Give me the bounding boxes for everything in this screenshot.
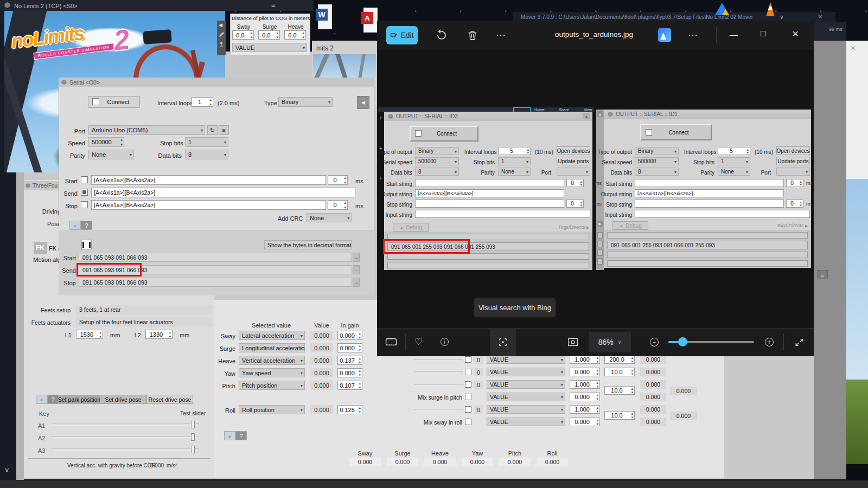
scroll-down-icon[interactable]: ∨ (4, 466, 10, 474)
id1-input-string-input[interactable] (635, 210, 810, 218)
rig-help-button[interactable]: ? (47, 395, 59, 404)
mix-checkbox[interactable] (465, 419, 471, 425)
pose-help-button[interactable]: ? (235, 431, 247, 440)
mix-extra-spinner[interactable]: 200.0 (604, 355, 635, 364)
heave-gain-spinner[interactable]: 0.137 (337, 356, 362, 365)
mix-extra-spinner[interactable]: 10.0 (604, 368, 635, 376)
serial-help-button[interactable]: ? (81, 221, 92, 230)
rotate-icon[interactable] (435, 29, 448, 42)
sway-source-dropdown[interactable]: Lateral acceleration (239, 331, 305, 340)
mix-checkbox[interactable] (465, 356, 471, 363)
mix-gain-spinner[interactable]: 0.000 (570, 368, 600, 376)
id1-strip-collapse[interactable]: ▲ (596, 111, 604, 117)
parity-dropdown[interactable]: None (88, 150, 134, 159)
start-row-checkbox[interactable] (81, 176, 88, 183)
id1-open-devices-button[interactable]: Open devices (776, 146, 810, 155)
set-park-position-button[interactable]: Set park position (59, 395, 100, 404)
mix-shared-spinner[interactable]: 10.0 (604, 386, 635, 395)
id3-open-devices-button[interactable]: Open devices (557, 146, 590, 155)
roll-source-dropdown[interactable]: Roll position (239, 405, 305, 414)
id3-start-string-input[interactable] (415, 179, 564, 187)
yaw-source-dropdown[interactable]: Yaw speed (239, 368, 305, 377)
axis-a1-slider[interactable] (52, 423, 199, 426)
visual-search-button[interactable] (490, 328, 516, 356)
mix-source-dropdown[interactable]: VALUE (487, 380, 565, 389)
serial-collapse-button[interactable]: ◀ (357, 96, 369, 109)
id3-collapse-button[interactable]: ▲ (583, 113, 590, 119)
id1-speed-dropdown[interactable]: 500000 (635, 157, 679, 165)
zoom-in-icon[interactable]: + (765, 338, 774, 346)
zoom-slider-handle[interactable] (678, 337, 687, 346)
axis-a3-slider-handle[interactable] (191, 446, 195, 453)
mix-checkbox[interactable] (465, 369, 471, 375)
mix-slider[interactable] (414, 371, 463, 374)
mix-source-dropdown[interactable]: VALUE (487, 418, 565, 426)
id3-stopbits-dropdown[interactable]: 1 (498, 157, 531, 165)
id3-databits-dropdown[interactable]: 8 (415, 168, 459, 176)
serial-titlebar[interactable]: Serial <O0> (59, 78, 374, 87)
id3-output-string-input[interactable]: [A<Axis3a>][B<Axis4a>] (415, 189, 564, 197)
mix-checkbox[interactable] (465, 394, 471, 400)
refresh-ports-button[interactable]: ↻ (207, 125, 218, 135)
drive-icon[interactable] (715, 3, 729, 15)
mix-gain-spinner[interactable]: 0.000 (570, 418, 600, 426)
fullscreen-icon[interactable] (794, 337, 805, 348)
mix-shared-spinner[interactable]: 10.0 (604, 411, 635, 420)
speed-spinner[interactable]: 500000 (88, 137, 124, 147)
id3-stop-string-input[interactable] (415, 200, 564, 208)
type-dropdown[interactable]: Binary (278, 97, 333, 107)
fit-screen-icon[interactable] (567, 337, 578, 347)
set-drive-pose-button[interactable]: Set drive pose (100, 395, 146, 404)
serial-connect-checkbox[interactable] (92, 98, 99, 105)
axis-a2-slider-handle[interactable] (191, 433, 195, 441)
axis-a3-slider[interactable] (52, 448, 199, 451)
right-panel-close-icon[interactable]: × (851, 43, 856, 53)
add-crc-dropdown[interactable]: None (307, 213, 352, 222)
id3-start-delay-spinner[interactable]: 0 (566, 179, 584, 187)
start-string-input[interactable]: [A<Axis1a>][B<Axis2a>] (91, 175, 326, 185)
id1-type-dropdown[interactable]: Binary (635, 147, 679, 155)
mover-collapse-icon[interactable]: ∨ (780, 14, 784, 20)
id1-stopbits-dropdown[interactable]: 1 (718, 157, 750, 165)
pencil-icon[interactable] (218, 31, 225, 38)
id3-update-ports-button[interactable]: Update ports (557, 157, 590, 165)
zoom-level-dropdown[interactable]: 86% ∨ (589, 332, 631, 352)
right-menu-button[interactable]: ≡ (817, 270, 828, 279)
id1-output-string-input[interactable]: [A<Axis1a>][B<Axis2a>] (635, 189, 784, 197)
roll-gain-spinner[interactable]: 0.125 (337, 405, 362, 414)
mix-source-dropdown[interactable]: VALUE (487, 393, 565, 401)
mix-slider[interactable] (414, 359, 463, 361)
cog-surge-spinner[interactable]: 0.0 (258, 30, 280, 40)
serial-debug-collapse-button[interactable]: ▲ (69, 221, 81, 230)
mix-slider[interactable] (414, 409, 463, 411)
id1-update-ports-button[interactable]: Update ports (776, 157, 810, 165)
pitch-source-dropdown[interactable]: Pitch position (239, 381, 305, 390)
id3-input-string-input[interactable] (415, 210, 590, 218)
id1-start-delay-spinner[interactable]: 0 (786, 179, 803, 187)
rig-collapse-button[interactable]: ▲ (36, 395, 47, 404)
delete-icon[interactable] (467, 29, 478, 42)
axis-a2-slider[interactable] (52, 436, 199, 439)
send-string-input[interactable]: [A<Axis1a>][B<Axis2a>] (91, 188, 355, 197)
axis-a1-slider-handle[interactable] (191, 421, 195, 428)
id3-stop-delay-spinner[interactable]: 0 (566, 200, 584, 208)
mix-gain-spinner[interactable]: 1.000 (570, 380, 600, 389)
bytes-stop-more-button[interactable]: ... (353, 278, 360, 287)
id3-port-dropdown[interactable] (557, 168, 590, 176)
id1-parity-dropdown[interactable]: None (718, 168, 750, 176)
reset-drive-pose-button[interactable]: Reset drive pose (146, 395, 193, 404)
mix-gain-spinner[interactable]: 1.000 (570, 355, 600, 364)
favorite-icon[interactable]: ♡ (414, 336, 423, 348)
id1-port-dropdown[interactable] (776, 168, 810, 176)
l1-spinner[interactable]: 1530 (76, 330, 103, 339)
stop-delay-spinner[interactable]: 0 (328, 200, 348, 210)
port-dropdown[interactable]: Arduino Uno (COM5) (88, 125, 205, 135)
id3-debug-tab[interactable]: ▲ Debug (393, 223, 429, 232)
feets-actuators-value[interactable]: Setup of the four feet linear actuators (76, 317, 213, 327)
pose-collapse-button[interactable]: ▲ (224, 431, 235, 440)
bytes-send-more-button[interactable]: ... (353, 265, 360, 274)
id1-interval-spinner[interactable]: 5 (718, 147, 750, 155)
maximize-icon[interactable]: □ (761, 29, 766, 38)
feets-setup-value[interactable]: 3 feets, 1 at rear (76, 305, 213, 314)
id1-databits-dropdown[interactable]: 8 (635, 168, 679, 176)
